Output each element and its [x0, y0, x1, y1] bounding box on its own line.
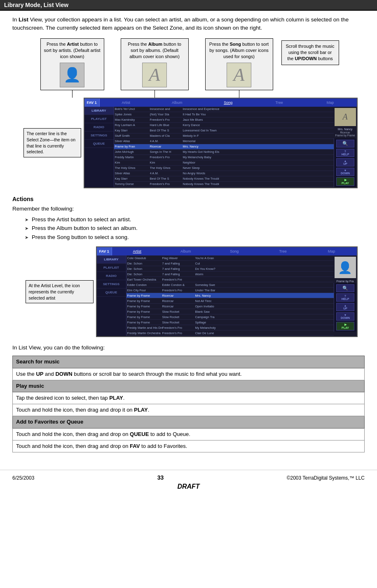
help-button-2[interactable]: ?HELP [336, 293, 354, 302]
list-item: KimKimNeighbor [114, 160, 334, 166]
nav-playlist-1[interactable]: PLAYLIST [84, 115, 114, 123]
device-right-2: 👤 Frame by Fra 🔍 ?HELP ▲UP ▼DOWN ▶PLAY [334, 255, 357, 336]
list-item-selected: Frame by FrameRicercarMrs. Nancy [126, 293, 334, 298]
list-item: Silver Atlas4 A.M.No Angry Words [114, 171, 334, 176]
find-button-2[interactable]: 🔍 [336, 284, 354, 292]
nav-playlist-2[interactable]: PLAYLIST [97, 264, 126, 272]
selected-label-2: Frame by Fra [334, 279, 356, 283]
draft-label: DRAFT [177, 483, 199, 490]
action-list: Press the Artist button to select an art… [25, 215, 365, 242]
col-map-1: Map [305, 101, 356, 105]
fav-label-1: FAV 1 [84, 98, 100, 107]
action-item-artist: Press the Artist button to select an art… [25, 215, 365, 224]
selected-label-1: Mrs. Nancy [334, 127, 356, 131]
action-item-album: Press the Album button to select an albu… [25, 224, 365, 233]
nav-library-1[interactable]: LIBRARY [84, 107, 114, 115]
diagram-section-1: Press the Artist button to sort by artis… [20, 38, 358, 188]
footer-copyright: ©2003 TerraDigital Systems,™ LLC [287, 475, 365, 481]
up-button-1[interactable]: ▲UP [336, 158, 354, 166]
list-item: Die: Schon7 and FallingCut [126, 261, 334, 266]
select-zone-callout-text: The center line is the Select Zone—the i… [27, 131, 75, 154]
list-item: Max KaminskyFreedom's FroJazz Me Blues [114, 117, 334, 123]
device-right-1: A Mrs. Nancy Ricercar Frame by Frame 🔍 ?… [334, 107, 357, 187]
selected-thumb-1: A [335, 108, 356, 126]
nav-queue-1[interactable]: QUEUE [84, 140, 114, 148]
nav-library-2[interactable]: LIBRARY [97, 255, 126, 264]
album-callout-text: Press the Album button to sort by albums… [128, 42, 181, 59]
table-cell: Search for music [13, 356, 365, 368]
col-song-2: Song [210, 249, 259, 253]
list-item: Frame by FrameRicercarOpen Invitatio [126, 304, 334, 309]
song-callout-text: Press the Song button to sort by songs. … [209, 42, 269, 59]
device-body-1: LIBRARY PLAYLIST RADIO SETTINGS QUEUE Bo… [84, 107, 357, 187]
album-callout-box: Press the Album button to sort by albums… [121, 38, 189, 90]
nav-settings-1[interactable]: SETTINGS [84, 131, 114, 140]
device-screenshot-2: FAV 1 Artist Album Song Tree Map LIBRARY… [96, 246, 358, 337]
list-item-selected: Frame by FranRicercarMrs. Nancy [114, 144, 334, 150]
find-button-1[interactable]: 🔍 [336, 140, 354, 148]
play-button-1[interactable]: ▶PLAY [336, 177, 354, 186]
list-item: Frame by FrameRicercarNot All Tirec [126, 298, 334, 304]
nav-radio-1[interactable]: RADIO [84, 123, 114, 131]
table-row: Use the UP and DOWN buttons or scroll ba… [13, 368, 365, 380]
callout-line-artist [72, 90, 73, 98]
list-item: Freddy Martin and His DrcFreedom's FroMy… [126, 325, 334, 330]
callout-line-album [155, 90, 155, 98]
letter-a-song-icon: A [234, 62, 245, 88]
table-row: Tap the desired icon to select, then tap… [13, 392, 365, 404]
page-title: Library Mode, List View [4, 2, 68, 8]
song-callout-box: Press the Song button to sort by songs. … [205, 38, 273, 90]
table-row: Touch and hold the icon, then drag and d… [13, 428, 365, 440]
device-controls-2: 🔍 ?HELP ▲UP ▼DOWN ▶PLAY [334, 283, 356, 332]
action-text-song: Press the Song button to select a song. [32, 233, 129, 242]
footer-page-number: 33 [157, 474, 164, 481]
selected-sub-1: Ricercar [334, 131, 356, 134]
song-callout: Press the Song button to sort by songs. … [205, 38, 273, 98]
song-icon-preview: A [227, 63, 251, 87]
help-button-1[interactable]: ?HELP [336, 149, 354, 157]
nav-radio-2[interactable]: RADIO [97, 272, 126, 280]
table-row-header-search: Search for music [13, 356, 365, 368]
fav-label-2: FAV 1 [97, 247, 112, 255]
list-item: Frame by FrameSlow RocketBlank Saw [126, 309, 334, 314]
list-item: Silver Atlas4 A.M.Memorial [114, 139, 334, 144]
device-sidenav-2: LIBRARY PLAYLIST RADIO SETTINGS QUEUE [97, 255, 126, 336]
device-list-2: Cote GlasdubFlag WaverYou're A Gran Die:… [126, 255, 334, 336]
person-icon: 👤 [63, 65, 81, 85]
table-cell: Play music [13, 380, 365, 392]
list-item: Spike Jones(Not) Your StaIt Had To Be Yo… [114, 112, 334, 117]
artist-callout-text: Press the Artist button to sort by artis… [44, 42, 101, 59]
screen-row-1: The center line is the Select Zone—the i… [20, 98, 358, 188]
scroll-callout: Scroll through the music using the scrol… [281, 40, 339, 65]
list-item: Tommy DorseFreedom's FroNobody Knows The… [114, 182, 334, 187]
letter-a-album-icon: A [149, 62, 160, 88]
table-row: Touch and hold the icon, then drag and d… [13, 404, 365, 416]
col-album-1: Album [152, 101, 203, 105]
artist-level-callout-text: At the Artist Level, the icon represents… [29, 283, 80, 300]
table-cell: Touch and hold the icon, then drag and d… [13, 404, 365, 416]
table-row-header-play: Play music [13, 380, 365, 392]
action-text-artist: Press the Artist button to select an art… [32, 215, 131, 224]
artist-callout: Press the Artist button to sort by artis… [40, 38, 104, 98]
table-row: Touch and hold the icon, then drag and d… [13, 440, 365, 452]
nav-queue-2[interactable]: QUEUE [97, 288, 126, 297]
album-icon-preview: A [142, 63, 167, 87]
down-button-1[interactable]: ▼DOWN [336, 168, 354, 176]
table-cell: Add to Favorites or Queue [13, 416, 365, 428]
selected-thumb-2: 👤 [335, 257, 356, 278]
table-cell: Tap the desired icon to select, then tap… [13, 392, 365, 404]
callout-line-song [239, 90, 239, 98]
page-title-bar: Library Mode, List View [0, 0, 377, 11]
table-cell: Touch and hold the icon, then drag and d… [13, 428, 365, 440]
action-item-song: Press the Song button to select a song. [25, 233, 365, 242]
up-button-2[interactable]: ▲UP [336, 303, 354, 311]
nav-settings-2[interactable]: SETTINGS [97, 280, 126, 288]
scroll-callout-text: Scroll through the music using the scrol… [286, 44, 335, 61]
screen-row-2: At the Artist Level, the icon represents… [20, 246, 358, 337]
device-sidenav-1: LIBRARY PLAYLIST RADIO SETTINGS QUEUE [84, 107, 114, 187]
play-button-2[interactable]: ▶PLAY [336, 322, 354, 330]
diagram-section-2: At the Artist Level, the icon represents… [20, 246, 358, 337]
list-item: Roy Lanham AHard Life BlueKerry Dance [114, 123, 334, 128]
down-button-2[interactable]: ▼DOWN [336, 312, 354, 321]
list-item: Die: Schon7 and FallingWorm [126, 272, 334, 277]
